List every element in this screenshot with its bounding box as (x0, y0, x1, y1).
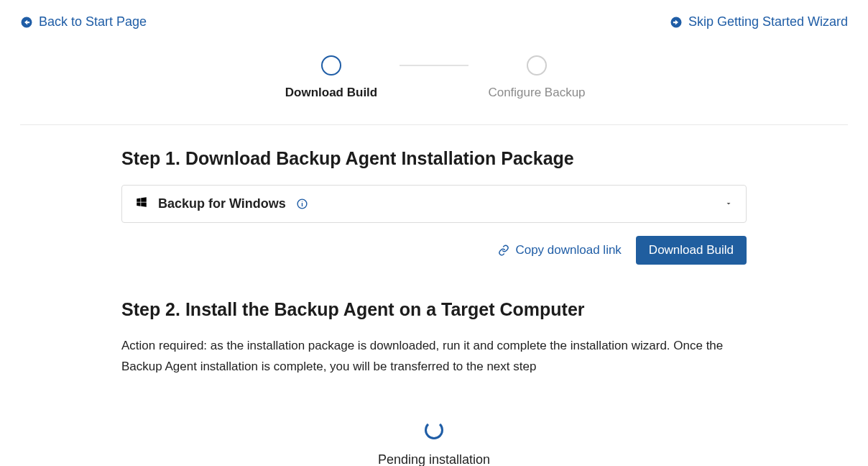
top-nav: Back to Start Page Skip Getting Started … (20, 14, 848, 29)
back-link-label: Back to Start Page (39, 14, 147, 29)
step-circle-inactive-icon (527, 55, 547, 76)
step-circle-active-icon (321, 55, 341, 76)
svg-point-2 (302, 201, 303, 201)
copy-download-link-label: Copy download link (515, 243, 621, 257)
step2-heading: Step 2. Install the Backup Agent on a Ta… (121, 299, 747, 320)
skip-link[interactable]: Skip Getting Started Wizard (670, 14, 848, 29)
back-link[interactable]: Back to Start Page (20, 14, 147, 29)
download-build-button[interactable]: Download Build (636, 236, 747, 265)
step-connector (400, 65, 468, 66)
step1-heading: Step 1. Download Backup Agent Installati… (121, 148, 747, 169)
caret-down-icon (724, 196, 733, 211)
progress-stepper: Download Build Configure Backup (20, 55, 848, 100)
arrow-right-circle-icon (670, 16, 683, 29)
step-label: Download Build (285, 86, 377, 100)
step1-actions: Copy download link Download Build (121, 236, 747, 265)
stepper-step-download[interactable]: Download Build (263, 55, 400, 100)
section-divider (20, 124, 848, 125)
pending-status-label: Pending installation (378, 452, 490, 466)
pending-status: Pending installation (121, 421, 747, 466)
skip-link-label: Skip Getting Started Wizard (688, 14, 848, 29)
copy-download-link[interactable]: Copy download link (498, 243, 621, 257)
link-icon (498, 245, 509, 256)
spinner-icon (425, 421, 443, 439)
info-icon[interactable] (296, 198, 308, 210)
arrow-left-circle-icon (20, 16, 33, 29)
windows-icon (135, 196, 148, 212)
product-select-label: Backup for Windows (158, 196, 286, 211)
stepper-step-configure[interactable]: Configure Backup (468, 55, 605, 100)
product-select[interactable]: Backup for Windows (121, 185, 747, 223)
step-label: Configure Backup (488, 86, 585, 100)
step2-description: Action required: as the installation pac… (121, 336, 747, 378)
